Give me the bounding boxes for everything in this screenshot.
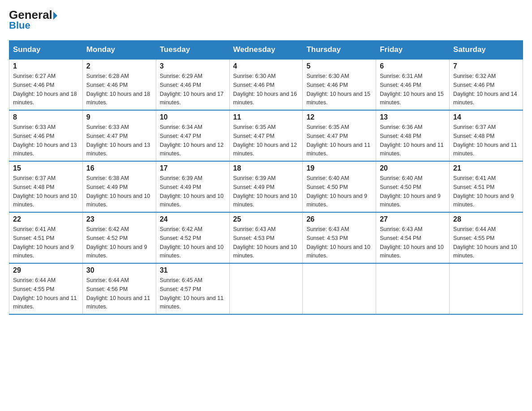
day-info: Sunrise: 6:35 AMSunset: 4:47 PMDaylight:… (306, 124, 370, 157)
calendar-table: SundayMondayTuesdayWednesdayThursdayFrid… (9, 40, 523, 315)
day-info: Sunrise: 6:45 AMSunset: 4:57 PMDaylight:… (160, 277, 223, 310)
calendar-cell: 24 Sunrise: 6:42 AMSunset: 4:52 PMDaylig… (156, 212, 229, 263)
day-info: Sunrise: 6:43 AMSunset: 4:53 PMDaylight:… (306, 226, 370, 259)
calendar-cell: 9 Sunrise: 6:33 AMSunset: 4:47 PMDayligh… (82, 110, 156, 161)
day-info: Sunrise: 6:27 AMSunset: 4:46 PMDaylight:… (13, 73, 77, 106)
calendar-cell: 18 Sunrise: 6:39 AMSunset: 4:49 PMDaylig… (229, 161, 303, 212)
calendar-cell: 31 Sunrise: 6:45 AMSunset: 4:57 PMDaylig… (156, 263, 229, 314)
day-info: Sunrise: 6:34 AMSunset: 4:47 PMDaylight:… (160, 124, 223, 157)
calendar-cell (229, 263, 303, 314)
day-number: 13 (380, 113, 446, 121)
calendar-cell: 26 Sunrise: 6:43 AMSunset: 4:53 PMDaylig… (303, 212, 376, 263)
day-info: Sunrise: 6:37 AMSunset: 4:48 PMDaylight:… (453, 124, 517, 157)
day-info: Sunrise: 6:38 AMSunset: 4:49 PMDaylight:… (86, 175, 150, 208)
calendar-cell: 20 Sunrise: 6:40 AMSunset: 4:50 PMDaylig… (376, 161, 450, 212)
day-number: 27 (380, 215, 446, 223)
day-number: 20 (380, 164, 446, 172)
day-number: 21 (453, 164, 519, 172)
day-number: 14 (453, 113, 519, 121)
day-info: Sunrise: 6:39 AMSunset: 4:49 PMDaylight:… (233, 175, 297, 208)
day-info: Sunrise: 6:35 AMSunset: 4:47 PMDaylight:… (233, 124, 297, 157)
logo-blue: Blue (9, 20, 30, 31)
day-number: 19 (306, 164, 372, 172)
calendar-cell: 25 Sunrise: 6:43 AMSunset: 4:53 PMDaylig… (229, 212, 303, 263)
day-number: 2 (86, 62, 152, 70)
week-row-5: 29 Sunrise: 6:44 AMSunset: 4:55 PMDaylig… (9, 263, 523, 314)
calendar-cell: 27 Sunrise: 6:43 AMSunset: 4:54 PMDaylig… (376, 212, 450, 263)
day-number: 28 (453, 215, 519, 223)
day-number: 26 (306, 215, 372, 223)
calendar-cell: 8 Sunrise: 6:33 AMSunset: 4:46 PMDayligh… (9, 110, 83, 161)
calendar-cell: 28 Sunrise: 6:44 AMSunset: 4:55 PMDaylig… (450, 212, 523, 263)
day-number: 31 (160, 266, 226, 274)
calendar-cell: 17 Sunrise: 6:39 AMSunset: 4:49 PMDaylig… (156, 161, 229, 212)
day-number: 24 (160, 215, 226, 223)
day-number: 22 (13, 215, 79, 223)
calendar-cell (450, 263, 523, 314)
day-info: Sunrise: 6:33 AMSunset: 4:46 PMDaylight:… (13, 124, 77, 157)
col-header-tuesday: Tuesday (156, 41, 229, 60)
day-number: 18 (233, 164, 299, 172)
calendar-cell: 5 Sunrise: 6:30 AMSunset: 4:46 PMDayligh… (303, 59, 376, 110)
day-info: Sunrise: 6:28 AMSunset: 4:46 PMDaylight:… (86, 73, 150, 106)
calendar-cell: 4 Sunrise: 6:30 AMSunset: 4:46 PMDayligh… (229, 59, 303, 110)
day-number: 5 (306, 62, 372, 70)
calendar-cell: 2 Sunrise: 6:28 AMSunset: 4:46 PMDayligh… (82, 59, 156, 110)
calendar-cell: 23 Sunrise: 6:42 AMSunset: 4:52 PMDaylig… (82, 212, 156, 263)
col-header-sunday: Sunday (9, 41, 83, 60)
day-number: 3 (160, 62, 226, 70)
day-info: Sunrise: 6:42 AMSunset: 4:52 PMDaylight:… (86, 226, 147, 259)
calendar-cell: 13 Sunrise: 6:36 AMSunset: 4:48 PMDaylig… (376, 110, 450, 161)
day-number: 29 (13, 266, 79, 274)
day-info: Sunrise: 6:33 AMSunset: 4:47 PMDaylight:… (86, 124, 150, 157)
calendar-cell: 7 Sunrise: 6:32 AMSunset: 4:46 PMDayligh… (450, 59, 523, 110)
calendar-cell: 6 Sunrise: 6:31 AMSunset: 4:46 PMDayligh… (376, 59, 450, 110)
day-number: 6 (380, 62, 446, 70)
col-header-saturday: Saturday (450, 41, 523, 60)
calendar-cell: 14 Sunrise: 6:37 AMSunset: 4:48 PMDaylig… (450, 110, 523, 161)
day-info: Sunrise: 6:39 AMSunset: 4:49 PMDaylight:… (160, 175, 223, 208)
col-header-friday: Friday (376, 41, 450, 60)
col-header-monday: Monday (82, 41, 156, 60)
calendar-cell: 15 Sunrise: 6:37 AMSunset: 4:48 PMDaylig… (9, 161, 83, 212)
logo: General Blue (9, 9, 57, 31)
day-info: Sunrise: 6:40 AMSunset: 4:50 PMDaylight:… (380, 175, 441, 208)
calendar-cell (303, 263, 376, 314)
day-number: 16 (86, 164, 152, 172)
calendar-header-row: SundayMondayTuesdayWednesdayThursdayFrid… (9, 41, 523, 60)
day-info: Sunrise: 6:31 AMSunset: 4:46 PMDaylight:… (380, 73, 443, 106)
day-number: 4 (233, 62, 299, 70)
day-info: Sunrise: 6:43 AMSunset: 4:53 PMDaylight:… (233, 226, 297, 259)
day-info: Sunrise: 6:37 AMSunset: 4:48 PMDaylight:… (13, 175, 77, 208)
day-number: 7 (453, 62, 519, 70)
calendar-cell: 1 Sunrise: 6:27 AMSunset: 4:46 PMDayligh… (9, 59, 83, 110)
col-header-thursday: Thursday (303, 41, 376, 60)
week-row-2: 8 Sunrise: 6:33 AMSunset: 4:46 PMDayligh… (9, 110, 523, 161)
day-info: Sunrise: 6:32 AMSunset: 4:46 PMDaylight:… (453, 73, 517, 106)
calendar-cell: 19 Sunrise: 6:40 AMSunset: 4:50 PMDaylig… (303, 161, 376, 212)
day-number: 12 (306, 113, 372, 121)
day-info: Sunrise: 6:36 AMSunset: 4:48 PMDaylight:… (380, 124, 443, 157)
day-info: Sunrise: 6:40 AMSunset: 4:50 PMDaylight:… (306, 175, 367, 208)
week-row-1: 1 Sunrise: 6:27 AMSunset: 4:46 PMDayligh… (9, 59, 523, 110)
calendar-cell: 3 Sunrise: 6:29 AMSunset: 4:46 PMDayligh… (156, 59, 229, 110)
calendar-cell: 29 Sunrise: 6:44 AMSunset: 4:55 PMDaylig… (9, 263, 83, 314)
week-row-3: 15 Sunrise: 6:37 AMSunset: 4:48 PMDaylig… (9, 161, 523, 212)
day-info: Sunrise: 6:44 AMSunset: 4:56 PMDaylight:… (86, 277, 150, 310)
day-number: 9 (86, 113, 152, 121)
calendar-cell: 12 Sunrise: 6:35 AMSunset: 4:47 PMDaylig… (303, 110, 376, 161)
day-info: Sunrise: 6:30 AMSunset: 4:46 PMDaylight:… (306, 73, 370, 106)
calendar-cell (376, 263, 450, 314)
day-number: 17 (160, 164, 226, 172)
day-info: Sunrise: 6:41 AMSunset: 4:51 PMDaylight:… (453, 175, 514, 208)
logo-arrow-icon (53, 12, 57, 20)
day-info: Sunrise: 6:44 AMSunset: 4:55 PMDaylight:… (13, 277, 77, 310)
week-row-4: 22 Sunrise: 6:41 AMSunset: 4:51 PMDaylig… (9, 212, 523, 263)
calendar-cell: 22 Sunrise: 6:41 AMSunset: 4:51 PMDaylig… (9, 212, 83, 263)
col-header-wednesday: Wednesday (229, 41, 303, 60)
day-info: Sunrise: 6:30 AMSunset: 4:46 PMDaylight:… (233, 73, 297, 106)
day-number: 30 (86, 266, 152, 274)
day-number: 25 (233, 215, 299, 223)
day-info: Sunrise: 6:43 AMSunset: 4:54 PMDaylight:… (380, 226, 443, 259)
day-number: 8 (13, 113, 79, 121)
